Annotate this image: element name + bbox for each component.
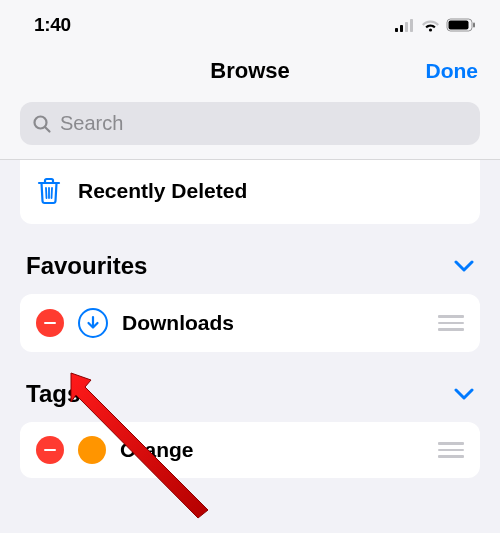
search-icon: [32, 114, 52, 134]
svg-rect-7: [473, 23, 475, 28]
tags-item-label: Orange: [120, 438, 194, 462]
page-title: Browse: [210, 58, 289, 84]
favourites-section-header[interactable]: Favourites: [20, 224, 480, 294]
svg-rect-3: [410, 19, 413, 32]
drag-handle[interactable]: [438, 315, 464, 331]
search-box[interactable]: [20, 102, 480, 145]
chevron-down-icon: [454, 260, 474, 272]
trash-icon: [36, 176, 62, 206]
tags-title: Tags: [26, 380, 80, 408]
delete-button[interactable]: [36, 436, 64, 464]
minus-icon: [44, 322, 56, 325]
done-button[interactable]: Done: [426, 59, 479, 83]
favourites-item-label: Downloads: [122, 311, 234, 335]
chevron-down-icon: [454, 388, 474, 400]
recently-deleted-label: Recently Deleted: [78, 179, 247, 203]
svg-line-12: [52, 188, 53, 198]
status-time: 1:40: [34, 14, 71, 36]
drag-handle[interactable]: [438, 442, 464, 458]
tags-section-header[interactable]: Tags: [20, 352, 480, 422]
delete-button[interactable]: [36, 309, 64, 337]
svg-point-4: [429, 28, 432, 31]
tags-item-orange[interactable]: Orange: [20, 422, 480, 478]
svg-line-9: [45, 127, 49, 131]
search-container: [0, 102, 500, 160]
tag-color-dot: [78, 436, 106, 464]
recently-deleted-item[interactable]: Recently Deleted: [20, 160, 480, 224]
favourites-item-downloads[interactable]: Downloads: [20, 294, 480, 352]
svg-line-10: [46, 188, 47, 198]
favourites-title: Favourites: [26, 252, 147, 280]
cellular-signal-icon: [395, 19, 415, 32]
svg-rect-0: [395, 28, 398, 32]
svg-rect-6: [449, 21, 469, 30]
minus-icon: [44, 449, 56, 452]
svg-rect-2: [405, 22, 408, 32]
battery-icon: [446, 18, 476, 32]
status-bar: 1:40: [0, 0, 500, 44]
status-icons: [395, 18, 476, 32]
svg-rect-1: [400, 25, 403, 32]
nav-header: Browse Done: [0, 44, 500, 102]
wifi-icon: [421, 18, 440, 32]
search-input[interactable]: [60, 112, 468, 135]
download-circle-icon: [78, 308, 108, 338]
